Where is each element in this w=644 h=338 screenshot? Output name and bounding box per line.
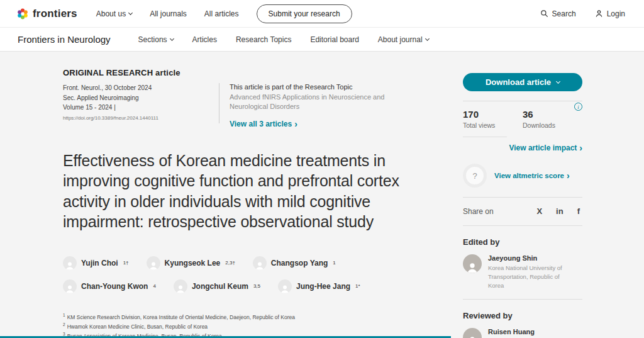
view-all-articles-link[interactable]: View all 3 articles › [230, 120, 297, 128]
avatar [63, 279, 77, 293]
author[interactable]: Jung-Hee Jang1* [278, 279, 360, 293]
main-nav: About us All journals All articles [96, 9, 239, 18]
journal-nav-editorial-board[interactable]: Editorial board [310, 35, 358, 44]
journal-nav-articles[interactable]: Articles [192, 35, 217, 44]
editor-affiliation: Korea National University of Transportat… [488, 264, 567, 290]
chevron-right-icon: › [579, 144, 582, 152]
editor: Jaeyoung Shin Korea National University … [463, 254, 582, 290]
view-article-impact-link[interactable]: View article impact › [509, 144, 582, 152]
views-count: 170 [463, 109, 523, 120]
research-topic-intro: This article is part of the Research Top… [230, 83, 392, 91]
affiliation-list: 1KM Science Research Division, Korea Ins… [63, 312, 433, 338]
divider [463, 197, 582, 198]
journal-name[interactable]: Frontiers in Neurology [18, 34, 111, 45]
nav-about-us[interactable]: About us [96, 9, 132, 18]
chevron-down-icon [556, 79, 560, 83]
avatar [174, 279, 187, 293]
divider [463, 299, 582, 300]
doi-link[interactable]: https://doi.org/10.3389/fneur.2024.14401… [63, 115, 158, 122]
citation-volume: Volume 15 - 2024 | [63, 103, 219, 113]
article-title: Effectiveness of Korean medicine treatme… [63, 150, 406, 232]
frontiers-logo-icon [16, 8, 29, 20]
journal-nav-sections[interactable]: Sections [138, 35, 174, 44]
journal-nav-about-journal[interactable]: About journal [378, 35, 429, 44]
chevron-right-icon: › [567, 171, 570, 180]
share-facebook-icon[interactable]: f [577, 206, 580, 216]
author-list: Yujin Choi1† Kyungseok Lee2,3† Changsop … [63, 256, 415, 293]
altmetric-badge[interactable]: ? [463, 164, 487, 188]
view-altmetric-score-link[interactable]: View altmetric score › [494, 171, 570, 180]
citation-section: Sec. Applied Neuroimaging [63, 93, 219, 103]
altmetric-block: ? View altmetric score › [463, 164, 582, 188]
submit-research-button[interactable]: Submit your research [257, 4, 352, 23]
search-button[interactable]: Search [540, 9, 576, 18]
divider [463, 137, 507, 137]
page: frontiers About us All journals All arti… [0, 0, 644, 338]
metrics-block: i 170 Total views 36 Downloads View arti… [463, 101, 582, 152]
article-meta-row: Front. Neurol., 30 October 2024 Sec. App… [63, 83, 433, 129]
user-icon [595, 9, 603, 18]
info-icon[interactable]: i [574, 103, 582, 111]
share-x-icon[interactable]: X [536, 206, 542, 216]
reviewed-by-heading: Reviewed by [463, 311, 582, 320]
citation-journal-date: Front. Neurol., 30 October 2024 [63, 83, 219, 93]
avatar [253, 256, 267, 270]
downloads-label: Downloads [523, 121, 582, 129]
reviewer-name[interactable]: Ruisen Huang [488, 328, 567, 335]
logo-wordmark: frontiers [33, 8, 77, 20]
frontiers-logo[interactable]: frontiers [16, 8, 77, 20]
downloads-count: 36 [523, 109, 582, 120]
content-area: ORIGINAL RESEARCH article Front. Neurol.… [0, 52, 644, 338]
avatar [147, 256, 160, 270]
chevron-right-icon: › [294, 120, 297, 128]
research-topic-block: This article is part of the Research Top… [230, 83, 392, 129]
download-article-button[interactable]: Download article [463, 73, 582, 91]
total-views-stat: 170 Total views [463, 109, 523, 129]
downloads-stat: 36 Downloads [523, 109, 582, 129]
chevron-down-icon [128, 10, 133, 14]
author[interactable]: Kyungseok Lee2,3† [147, 256, 235, 270]
author[interactable]: Changsop Yang1 [253, 256, 336, 270]
login-button[interactable]: Login [595, 9, 625, 18]
chevron-down-icon [170, 36, 174, 40]
reviewer: Ruisen Huang Center for Intelligent Bion… [463, 328, 582, 338]
edited-by-heading: Edited by [463, 237, 582, 247]
journal-nav-research-topics[interactable]: Research Topics [236, 35, 292, 44]
author[interactable]: Yujin Choi1† [63, 256, 129, 270]
share-on-label: Share on [463, 207, 494, 216]
affiliation: 2Hwamok Korean Medicine Clinic, Busan, R… [63, 322, 433, 331]
top-header: frontiers About us All journals All arti… [0, 0, 644, 28]
search-icon [540, 9, 548, 18]
header-actions: Search Login [540, 9, 628, 18]
research-topic-name: Advanced fNIRS Applications in Neuroscie… [230, 93, 392, 112]
share-linkedin-icon[interactable]: in [556, 206, 564, 216]
citation-block: Front. Neurol., 30 October 2024 Sec. App… [63, 83, 219, 122]
avatar [463, 328, 482, 338]
avatar [63, 256, 77, 270]
nav-all-articles[interactable]: All articles [204, 9, 239, 18]
author[interactable]: Chan-Young Kwon4 [63, 279, 156, 293]
chevron-down-icon [425, 36, 430, 40]
article-main: ORIGINAL RESEARCH article Front. Neurol.… [63, 68, 433, 338]
divider [463, 225, 582, 226]
share-block: Share on X in f [463, 206, 582, 216]
vertical-divider [219, 83, 219, 123]
editor-name[interactable]: Jaeyoung Shin [488, 254, 567, 262]
journal-nav-bar: Frontiers in Neurology Sections Articles… [0, 28, 644, 52]
views-label: Total views [463, 121, 523, 129]
avatar [278, 279, 292, 293]
article-sidebar: Download article i 170 Total views 36 Do… [463, 68, 582, 338]
affiliation: 1KM Science Research Division, Korea Ins… [63, 312, 433, 322]
avatar [463, 254, 482, 273]
nav-all-journals[interactable]: All journals [150, 9, 187, 18]
author[interactable]: Jongchul Keum3,5 [174, 279, 260, 293]
journal-nav: Sections Articles Research Topics Editor… [138, 35, 429, 44]
article-type-label: ORIGINAL RESEARCH article [63, 68, 433, 77]
